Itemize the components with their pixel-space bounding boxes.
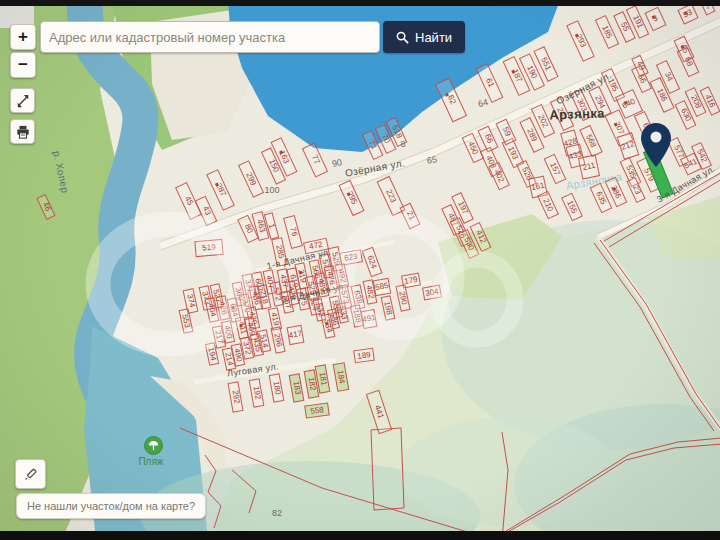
lot-number: 551 xyxy=(540,56,553,71)
cadastral-lot[interactable]: 585 xyxy=(373,278,392,297)
cadastral-lot[interactable]: 491 xyxy=(361,309,378,329)
lot-number: 23 xyxy=(630,184,641,195)
lot-number: 400 xyxy=(223,325,234,340)
lot-number: 161 xyxy=(531,182,546,193)
cadastral-lot[interactable]: 519 xyxy=(194,239,223,257)
cadastral-lot[interactable]: 77 xyxy=(302,143,328,178)
lot-number: 492 xyxy=(337,269,348,284)
cadastral-lot[interactable]: 296 xyxy=(270,326,285,354)
cadastral-lot[interactable]: 62 xyxy=(435,78,467,123)
cadastral-lot[interactable]: 285 xyxy=(271,237,288,267)
printer-icon xyxy=(16,125,30,139)
lot-number: 419 xyxy=(270,312,281,327)
cadastral-lot[interactable]: 198 xyxy=(381,295,396,321)
cadastral-lot[interactable]: 189 xyxy=(353,347,375,363)
cadastral-lot[interactable]: 68 xyxy=(677,47,700,77)
lot-number: 155 xyxy=(566,199,579,214)
lot-number: 290 xyxy=(398,291,409,306)
cadastral-lot[interactable]: 157 xyxy=(544,154,567,184)
lot-number: 68 xyxy=(682,56,693,67)
lot-number: 514 xyxy=(259,334,270,349)
lot-number: 197 xyxy=(456,200,469,215)
cadastral-lot[interactable]: 180 xyxy=(268,373,284,402)
cadastral-lot[interactable]: 441 xyxy=(366,390,392,434)
lot-number: 45 xyxy=(182,195,193,206)
lot-number: 180 xyxy=(271,381,281,396)
lot-number: 303 xyxy=(576,97,589,112)
lot-number: 157 xyxy=(549,161,562,176)
lot-number: 416 xyxy=(704,93,717,108)
cadastral-lot[interactable]: 53 xyxy=(677,3,698,24)
cadastral-lot[interactable]: 21 xyxy=(399,203,420,230)
cadastral-lot[interactable]: 192 xyxy=(248,378,264,407)
map-help-tooltip[interactable]: Не нашли участок/дом на карте? xyxy=(16,493,206,519)
search-button-label: Найти xyxy=(415,30,452,45)
search-input[interactable] xyxy=(40,21,380,53)
draw-button[interactable] xyxy=(15,459,46,489)
cadastral-lot[interactable]: 417 xyxy=(286,325,304,345)
lot-number: 558 xyxy=(310,405,324,415)
cadastral-lot[interactable]: 59 xyxy=(495,119,516,146)
lot-number: 1 xyxy=(267,223,276,229)
lot-number: 208 xyxy=(689,94,702,109)
cadastral-lot[interactable]: 210 xyxy=(537,191,559,220)
cadastral-lot[interactable]: 201 xyxy=(550,97,574,131)
lot-number: 181 xyxy=(317,372,327,387)
cadastral-lot[interactable]: 295 xyxy=(338,180,364,216)
cadastral-lot[interactable]: 558 xyxy=(304,402,330,418)
lot-number: 450 xyxy=(467,140,480,155)
cadastral-lot[interactable]: 183 xyxy=(288,373,304,402)
lots-layer: 4645432872998051916315077717051829522321… xyxy=(0,0,720,540)
lot-number: 426 xyxy=(218,301,229,316)
lot-number: 185 xyxy=(601,24,614,39)
cadastral-lot[interactable]: 3 xyxy=(644,7,666,31)
cadastral-lot[interactable]: 61 xyxy=(475,63,503,103)
lot-number: 476 xyxy=(326,271,337,286)
lot-number: 289 xyxy=(526,127,539,142)
lot-number: 59 xyxy=(500,126,511,137)
lot-number: 489 xyxy=(317,278,328,293)
screen-bezel-bottom xyxy=(0,531,720,540)
lot-number: 190 xyxy=(526,64,539,79)
cadastral-lot[interactable]: 184 xyxy=(333,362,350,392)
zoom-in-button[interactable]: + xyxy=(10,24,36,50)
lot-number: 56 xyxy=(635,73,646,84)
lot-number: 638 xyxy=(353,290,364,305)
lot-number: 567 xyxy=(282,295,293,310)
zoom-out-glyph: − xyxy=(18,55,28,75)
location-marker-icon[interactable] xyxy=(640,122,672,168)
lot-number: 193 xyxy=(507,145,520,160)
cadastral-lot[interactable]: 293 xyxy=(566,20,595,62)
cadastral-lot[interactable]: 624 xyxy=(362,247,383,277)
beach-poi[interactable]: Пляж xyxy=(142,436,164,467)
lot-number: 223 xyxy=(385,188,398,203)
lot-number: 402 xyxy=(493,168,506,183)
cadastral-lot[interactable]: 56 xyxy=(631,65,652,93)
lot-number: 412 xyxy=(474,229,487,244)
lot-number: 192 xyxy=(251,386,261,401)
cadastral-lot[interactable]: 46 xyxy=(36,194,55,220)
lot-number: 585 xyxy=(375,282,390,292)
print-button[interactable] xyxy=(10,119,35,144)
cadastral-lot[interactable]: 304 xyxy=(422,284,442,300)
measure-icon xyxy=(16,94,30,108)
cadastral-lot[interactable]: 23 xyxy=(626,177,645,203)
lot-number: 71 xyxy=(366,139,377,150)
lot-number: 198 xyxy=(383,301,394,316)
cadastral-lot[interactable]: 299 xyxy=(238,160,264,198)
cadastral-lot[interactable]: 76 xyxy=(283,215,303,249)
cadastral-lot[interactable]: 568 xyxy=(579,125,603,157)
lot-number: 299 xyxy=(245,171,258,186)
cadastral-lot[interactable]: 292 xyxy=(227,381,243,412)
cadastral-lot[interactable]: 212 xyxy=(617,132,640,160)
search-button[interactable]: Найти xyxy=(383,21,465,53)
measure-button[interactable] xyxy=(10,88,35,113)
cadastral-lot[interactable]: 290 xyxy=(395,284,410,312)
cadastral-map-app: Арзяночкар. Хопер 4645432872998051916315… xyxy=(0,0,720,540)
lot-number: 374 xyxy=(185,294,196,309)
cadastral-lot[interactable]: 472 xyxy=(303,238,329,255)
lot-number: 77 xyxy=(309,154,320,165)
cadastral-lot[interactable]: 211 xyxy=(578,154,600,179)
zoom-out-button[interactable]: − xyxy=(10,52,36,78)
cadastral-lot[interactable]: 155 xyxy=(561,193,583,222)
